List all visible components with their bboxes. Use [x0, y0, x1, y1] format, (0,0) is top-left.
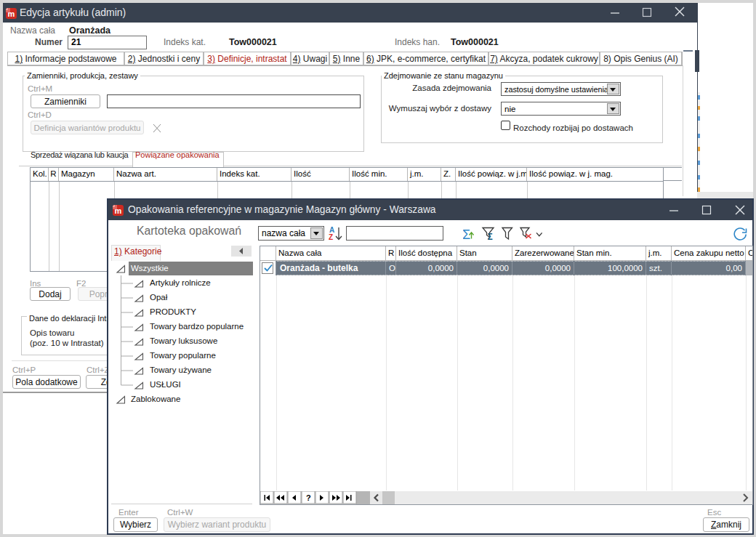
svg-text:?: ? [306, 493, 311, 502]
svg-text:Z: Z [329, 233, 333, 241]
svg-text:Σ: Σ [488, 232, 493, 242]
